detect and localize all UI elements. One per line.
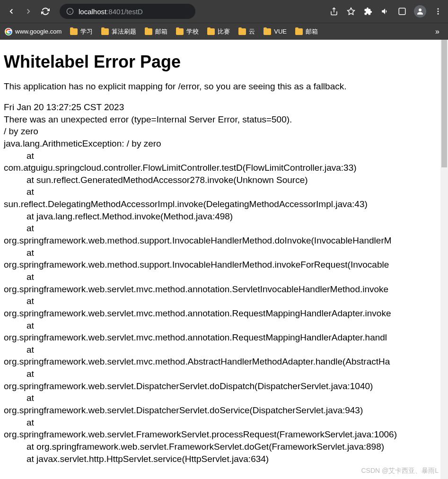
page-content: Whitelabel Error Page This application h…	[0, 40, 448, 479]
menu-icon[interactable]	[433, 6, 443, 17]
bookmark-label: 学习	[80, 27, 93, 36]
bookmark-item-5[interactable]: 比赛	[207, 27, 230, 36]
trace-line: at	[4, 271, 444, 283]
media-control-icon[interactable]	[380, 6, 390, 17]
trace-line: at	[4, 186, 444, 198]
share-icon[interactable]	[329, 6, 339, 17]
watermark: CSDN @艾卡西亚、暴雨L	[361, 467, 439, 475]
folder-icon	[70, 28, 78, 35]
toolbar-actions	[329, 5, 443, 17]
more-bookmarks-icon[interactable]: »	[435, 27, 443, 36]
bookmarks-bar: www.google.com学习算法刷题邮箱学校比赛云VUE邮箱 »	[0, 23, 448, 40]
reload-button[interactable]	[39, 5, 52, 18]
bookmark-item-0[interactable]: www.google.com	[5, 28, 61, 35]
trace-line: at javax.servlet.http.HttpServlet.servic…	[4, 453, 444, 465]
svg-rect-5	[399, 8, 405, 15]
trace-line: at	[4, 344, 444, 356]
scrollbar-track[interactable]	[440, 40, 448, 479]
bookmark-item-2[interactable]: 算法刷题	[101, 27, 136, 36]
tab-icon[interactable]	[397, 6, 407, 17]
error-summary: There was an unexpected error (type=Inte…	[4, 113, 444, 126]
bookmark-label: 比赛	[218, 27, 230, 36]
trace-line: org.springframework.web.servlet.Framewor…	[4, 428, 444, 441]
browser-toolbar: localhost:8401/testD	[0, 0, 448, 23]
address-bar[interactable]: localhost:8401/testD	[60, 4, 195, 19]
svg-marker-4	[348, 8, 355, 15]
bookmark-star-icon[interactable]	[346, 6, 356, 17]
trace-line: at sun.reflect.GeneratedMethodAccessor27…	[4, 174, 444, 186]
trace-line: org.springframework.web.servlet.Dispatch…	[4, 404, 444, 417]
url-path: :8401/testD	[106, 8, 143, 16]
folder-icon	[264, 28, 271, 35]
trace-line: org.springframework.web.servlet.mvc.meth…	[4, 307, 444, 320]
trace-line: at	[4, 295, 444, 307]
trace-line: at	[4, 222, 444, 235]
error-description: This application has no explicit mapping…	[4, 81, 444, 92]
scrollbar-thumb[interactable]	[441, 40, 447, 167]
trace-line: at	[4, 417, 444, 429]
trace-line: at	[4, 368, 444, 380]
bookmark-item-4[interactable]: 学校	[176, 27, 199, 36]
page-title: Whitelabel Error Page	[4, 52, 444, 72]
svg-point-7	[438, 8, 439, 9]
trace-line: org.springframework.web.servlet.mvc.meth…	[4, 283, 444, 296]
trace-line: org.springframework.web.method.support.I…	[4, 259, 444, 271]
trace-line: org.springframework.web.servlet.mvc.meth…	[4, 356, 444, 368]
trace-line: at	[4, 392, 444, 404]
svg-point-6	[419, 9, 422, 11]
bookmark-item-7[interactable]: VUE	[264, 28, 287, 35]
trace-line: org.springframework.web.servlet.Dispatch…	[4, 380, 444, 392]
exception-line: java.lang.ArithmeticException: / by zero	[4, 138, 444, 150]
error-message: / by zero	[4, 125, 444, 138]
bookmark-label: www.google.com	[15, 28, 61, 35]
google-favicon-icon	[5, 28, 12, 35]
bookmark-item-6[interactable]: 云	[238, 27, 255, 36]
folder-icon	[295, 28, 303, 35]
folder-icon	[207, 28, 215, 35]
extensions-icon[interactable]	[363, 6, 373, 17]
trace-line: org.springframework.web.servlet.mvc.meth…	[4, 331, 444, 344]
url-host: localhost	[79, 8, 106, 16]
trace-line: com.atguigu.springcloud.controller.FlowL…	[4, 162, 444, 174]
back-button[interactable]	[5, 5, 18, 18]
bookmark-label: 云	[249, 27, 255, 36]
stack-trace: atcom.atguigu.springcloud.controller.Flo…	[4, 150, 444, 465]
forward-button[interactable]	[22, 5, 35, 18]
folder-icon	[145, 28, 152, 35]
bookmark-label: 邮箱	[306, 27, 318, 36]
url-text: localhost:8401/testD	[79, 8, 143, 16]
trace-line: at org.springframework.web.servlet.Frame…	[4, 441, 444, 453]
profile-avatar[interactable]	[414, 5, 426, 17]
bookmark-item-8[interactable]: 邮箱	[295, 27, 318, 36]
error-timestamp: Fri Jan 20 13:27:25 CST 2023	[4, 101, 444, 113]
trace-line: org.springframework.web.method.support.I…	[4, 235, 444, 247]
bookmark-label: 算法刷题	[112, 27, 136, 36]
bookmark-label: 学校	[186, 27, 199, 36]
svg-point-9	[438, 13, 439, 15]
trace-line: sun.reflect.DelegatingMethodAccessorImpl…	[4, 198, 444, 210]
bookmark-label: 邮箱	[155, 27, 167, 36]
trace-line: at	[4, 150, 444, 162]
folder-icon	[176, 28, 184, 35]
folder-icon	[101, 28, 109, 35]
trace-line: at	[4, 247, 444, 259]
trace-line: at	[4, 320, 444, 332]
bookmark-item-3[interactable]: 邮箱	[145, 27, 167, 36]
bookmark-item-1[interactable]: 学习	[70, 27, 93, 36]
site-info-icon[interactable]	[66, 8, 74, 15]
trace-line: at java.lang.reflect.Method.invoke(Metho…	[4, 210, 444, 223]
folder-icon	[238, 28, 246, 35]
bookmark-label: VUE	[274, 28, 287, 35]
svg-point-8	[438, 11, 439, 12]
